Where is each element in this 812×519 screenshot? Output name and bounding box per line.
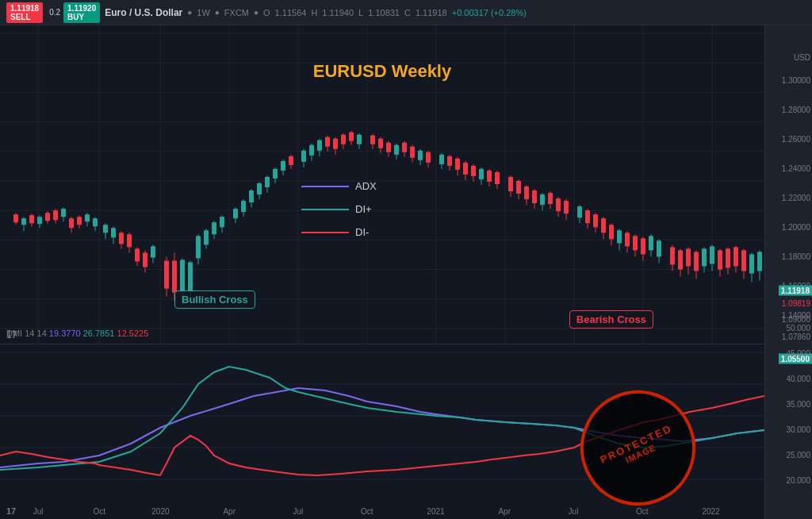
buy-price[interactable]: 1.11920 BUY — [63, 2, 100, 23]
low-value: 1.10831 — [368, 8, 400, 17]
price-1280: 1.28000 — [782, 106, 810, 114]
svg-rect-55 — [143, 252, 147, 267]
svg-rect-185 — [702, 248, 707, 266]
svg-rect-175 — [657, 240, 661, 256]
price-1200: 1.20000 — [782, 223, 810, 232]
svg-rect-69 — [204, 230, 209, 244]
sell-price[interactable]: 1.11918 SELL — [6, 2, 43, 23]
dmi-level-30: 30.000 — [786, 425, 810, 434]
close-value: 1.11918 — [416, 8, 447, 17]
indicator-legend: ADX DI+ DI- — [301, 180, 476, 249]
separator-dot3: ● — [254, 8, 259, 17]
dmi-level-45: 45.000 — [786, 349, 810, 358]
x-label-apr20: Apr — [223, 507, 236, 516]
svg-rect-155 — [577, 206, 582, 217]
open-label: O — [263, 8, 270, 17]
price-1090: 1.09000 — [782, 315, 810, 324]
svg-rect-167 — [625, 233, 630, 246]
chart-container: EURUSD Weekly ADX DI+ DI- Bullish Cross … — [0, 25, 764, 519]
svg-rect-109 — [378, 139, 383, 148]
svg-rect-147 — [540, 194, 545, 205]
svg-rect-107 — [370, 136, 375, 144]
svg-rect-197 — [749, 254, 754, 273]
price-1098: 1.09819 — [782, 299, 810, 308]
svg-rect-75 — [233, 209, 238, 218]
svg-rect-23 — [13, 214, 18, 222]
svg-rect-183 — [694, 252, 699, 271]
svg-rect-187 — [710, 246, 714, 263]
price-1260: 1.26000 — [782, 135, 810, 144]
svg-rect-105 — [357, 135, 362, 144]
svg-rect-79 — [249, 190, 254, 202]
svg-rect-97 — [325, 137, 330, 147]
currency-label: USD — [794, 53, 810, 62]
tradingview-logo: 17 — [6, 506, 16, 516]
svg-rect-127 — [455, 159, 460, 170]
svg-rect-121 — [426, 152, 431, 163]
bearish-cross-annotation: Bearish Cross — [569, 310, 653, 329]
svg-rect-153 — [564, 201, 569, 213]
svg-rect-95 — [317, 140, 322, 151]
svg-rect-47 — [111, 228, 116, 237]
x-label-2021: 2021 — [427, 507, 444, 516]
high-label: H — [311, 8, 317, 17]
svg-rect-159 — [593, 214, 598, 227]
svg-rect-31 — [45, 213, 50, 221]
svg-rect-179 — [678, 250, 683, 269]
svg-rect-129 — [463, 163, 468, 175]
svg-rect-125 — [447, 156, 452, 166]
svg-rect-91 — [301, 151, 306, 162]
svg-rect-181 — [686, 248, 691, 266]
watermark-circle: PROTECTED IMAGE — [561, 371, 714, 519]
di-plus-line-icon — [301, 209, 349, 210]
svg-rect-119 — [418, 151, 423, 160]
svg-rect-149 — [548, 193, 553, 204]
svg-rect-45 — [103, 225, 108, 233]
svg-rect-77 — [241, 201, 246, 212]
x-label-jul19: Jul — [33, 507, 44, 516]
current-price-label: 1.11918 — [779, 286, 812, 296]
svg-rect-165 — [617, 230, 622, 243]
svg-rect-173 — [649, 236, 653, 250]
x-axis: Jul Oct 2020 Apr Jul Oct 2021 Apr Jul Oc… — [0, 503, 764, 519]
x-label-apr21: Apr — [498, 507, 511, 516]
di-plus-label: DI+ — [355, 203, 372, 215]
x-label-oct20: Oct — [361, 507, 373, 516]
svg-rect-71 — [212, 222, 216, 234]
svg-rect-199 — [757, 252, 762, 271]
svg-rect-63 — [180, 260, 185, 291]
top-bar: 1.11918 SELL 0.2 1.11920 BUY Euro / U.S.… — [0, 0, 812, 25]
svg-rect-157 — [585, 210, 590, 223]
di-minus-label: DI- — [355, 226, 369, 238]
svg-rect-101 — [341, 135, 346, 144]
svg-rect-65 — [188, 262, 193, 290]
svg-rect-83 — [265, 177, 270, 187]
svg-rect-53 — [135, 248, 140, 261]
svg-rect-115 — [402, 143, 407, 152]
svg-rect-85 — [273, 169, 278, 179]
svg-rect-161 — [601, 218, 606, 233]
svg-rect-171 — [641, 238, 645, 254]
adx-line-icon — [301, 186, 349, 187]
di-plus-legend-item: DI+ — [301, 203, 476, 215]
svg-rect-39 — [77, 217, 82, 225]
price-1300: 1.30000 — [782, 76, 810, 85]
price-1220: 1.22000 — [782, 194, 810, 202]
svg-rect-33 — [53, 210, 58, 220]
svg-rect-177 — [670, 247, 675, 264]
svg-rect-131 — [471, 166, 476, 176]
svg-rect-133 — [479, 169, 484, 179]
svg-rect-35 — [61, 209, 66, 217]
svg-rect-57 — [151, 246, 155, 257]
svg-rect-89 — [289, 156, 293, 165]
price-1240: 1.24000 — [782, 164, 810, 173]
svg-rect-81 — [257, 183, 262, 194]
svg-rect-145 — [532, 190, 537, 203]
svg-rect-193 — [733, 247, 738, 266]
svg-rect-49 — [119, 233, 124, 244]
change-value: +0.00317 (+0.28%) — [452, 8, 527, 17]
svg-rect-67 — [196, 236, 201, 258]
svg-rect-169 — [633, 236, 638, 250]
svg-rect-143 — [524, 186, 529, 199]
svg-rect-195 — [741, 250, 746, 271]
